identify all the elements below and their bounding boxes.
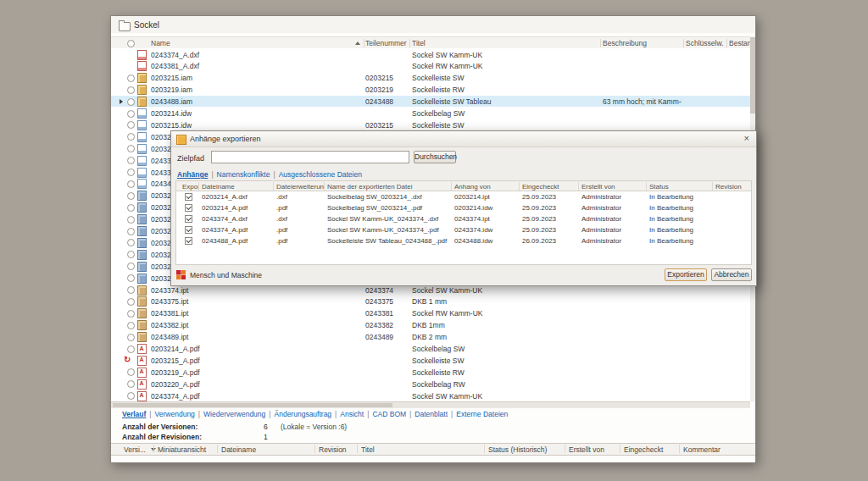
file-row[interactable]: 0243375.ipt0243375DKB 1 mm (111, 296, 750, 307)
column-header-eingecheckt[interactable]: Eingecheckt (522, 183, 579, 191)
column-header-dateiname[interactable]: Dateiname (221, 445, 310, 454)
column-header-name-der-exportierten-datei[interactable]: Name der exportierten Datei (327, 183, 452, 191)
file-row[interactable]: 0243381.ipt0243381Sockel RW Kamm-UK (111, 307, 750, 319)
version-status-circle[interactable] (127, 98, 135, 106)
column-header-status[interactable]: Status (649, 183, 713, 191)
version-status-circle[interactable] (127, 121, 135, 129)
attachment-row[interactable]: 0203214_A.dxf.dxfSockelbelag SW_0203214_… (176, 191, 751, 202)
file-row[interactable]: 0203214_A.pdfSockelbelag SW (111, 343, 750, 355)
version-status-circle[interactable] (127, 228, 135, 235)
column-header-beschreibung[interactable]: Beschreibung (603, 39, 682, 47)
column-header-status-historisch[interactable]: Status (Historisch) (488, 445, 563, 454)
file-teilenummer: 0243489 (365, 333, 408, 341)
version-status-circle[interactable] (127, 368, 135, 376)
version-status-circle[interactable] (127, 110, 135, 118)
export-checkbox[interactable] (185, 237, 192, 245)
tab-datenblatt[interactable]: Datenblatt (415, 410, 448, 418)
column-header-kommentar[interactable]: Kommentar (683, 445, 751, 454)
version-status-circle[interactable] (127, 169, 135, 176)
cancel-button[interactable]: Abbrechen (711, 268, 752, 281)
file-row[interactable]: 0243381_A.dxfSockel RW Kamm-UK (111, 60, 750, 72)
version-status-circle[interactable] (127, 216, 135, 224)
browse-button[interactable]: Durchsuchen (414, 151, 456, 163)
version-status-circle[interactable] (127, 298, 135, 306)
attachment-eingecheckt: 26.09.2023 (522, 237, 579, 245)
version-status-circle[interactable] (127, 86, 135, 94)
export-checkbox[interactable] (185, 215, 192, 223)
version-status-circle[interactable] (127, 75, 135, 82)
version-status-circle[interactable] (127, 322, 135, 329)
column-header-revision[interactable]: Revision (319, 445, 355, 454)
file-name: 0243381_A.dxf (151, 62, 361, 70)
tab-externe-dateien[interactable]: Externe Dateien (456, 410, 508, 418)
column-header-versi[interactable]: Versi... (124, 445, 149, 454)
column-header-schl-sselw[interactable]: Schlüsselw... (686, 39, 724, 47)
file-row[interactable]: 0203220_A.pdfSockelbelag RW (111, 378, 750, 390)
export-checkbox[interactable] (185, 226, 192, 234)
file-row[interactable]: 0203215.iam0203215Sockelleiste SW (111, 72, 750, 84)
tab-verlauf[interactable]: Verlauf (122, 410, 146, 418)
version-status-circle[interactable] (127, 286, 135, 294)
dialog-tab-anh-nge[interactable]: Anhänge (177, 170, 208, 179)
dialog-tab-ausgeschlossene-dateien[interactable]: Ausgeschlossene Dateien (279, 170, 362, 179)
file-row[interactable]: 0243382.ipt0243382DKB 1mm (111, 319, 750, 331)
column-header-miniaturansicht[interactable]: Miniaturansicht (158, 445, 215, 454)
select-all-circle[interactable] (127, 40, 135, 47)
column-header-bestandsnummer[interactable]: Bestandsnummer (729, 39, 750, 47)
attachment-row[interactable]: 0243488_A.pdf.pdfSockelleiste SW Tableau… (176, 235, 751, 246)
tab-verwendung[interactable]: Verwendung (155, 410, 195, 418)
version-status-circle[interactable] (127, 157, 135, 164)
tab-wiederverwendung[interactable]: Wiederverwendung (203, 410, 265, 418)
export-checkbox[interactable] (185, 204, 192, 212)
version-status-circle[interactable] (127, 133, 135, 141)
attachment-row[interactable]: 0203214_A.pdf.pdfSockelbelag SW_0203214_… (176, 202, 751, 213)
version-status-circle[interactable] (127, 239, 135, 246)
version-status-circle[interactable] (127, 204, 135, 212)
zielpfad-input[interactable] (211, 151, 409, 163)
file-row[interactable]: 0203219_A.pdfSockelleiste RW (111, 366, 750, 378)
file-row[interactable]: 0203215_A.pdfSockelleiste SW (111, 354, 750, 366)
tab-cad-bom[interactable]: CAD BOM (372, 410, 406, 418)
version-status-circle[interactable] (127, 310, 135, 318)
version-status-circle[interactable] (127, 380, 135, 388)
column-header-revision[interactable]: Revision (715, 183, 751, 191)
vertical-scrollbar-thumb[interactable] (750, 37, 755, 113)
file-row[interactable]: 0243374_A.dxfSockel SW Kamm-UK (111, 48, 750, 60)
file-row[interactable]: 0203214.idwSockelbelag SW (111, 108, 750, 119)
dialog-tab-namenskonflikte[interactable]: Namenskonflikte (217, 170, 270, 179)
version-status-circle[interactable] (127, 274, 135, 282)
tab-nderungsauftrag[interactable]: Änderungsauftrag (275, 410, 332, 418)
version-status-circle[interactable] (127, 392, 135, 400)
export-button[interactable]: Exportieren (665, 268, 707, 281)
tab-ansicht[interactable]: Ansicht (340, 410, 364, 418)
dialog-titlebar[interactable]: Anhänge exportieren (171, 131, 756, 147)
column-header-titel[interactable]: Titel (412, 39, 597, 47)
column-header-dateiname[interactable]: Dateiname (202, 183, 274, 191)
file-row[interactable]: 0203215.idw0203215Sockelleiste SW (111, 119, 750, 130)
column-header-erstellt-von[interactable]: Erstellt von (569, 445, 618, 454)
export-checkbox[interactable] (185, 193, 192, 201)
column-header-titel[interactable]: Titel (361, 445, 480, 454)
column-header-name[interactable]: Name (151, 39, 361, 47)
version-status-circle[interactable] (127, 145, 135, 152)
attachment-row[interactable]: 0243374_A.pdf.pdfSockel SW Kamm-UK_02433… (176, 224, 751, 235)
column-header-eingecheckt[interactable]: Eingecheckt (624, 445, 677, 454)
horizontal-scrollbar-thumb[interactable] (113, 403, 392, 407)
column-header-export[interactable]: Export (182, 183, 199, 191)
close-icon[interactable] (744, 133, 749, 143)
version-status-circle[interactable] (127, 251, 135, 258)
file-row[interactable]: 0243488.iam0243488Sockelleiste SW Tablea… (111, 96, 750, 108)
version-status-circle[interactable] (127, 180, 135, 188)
version-status-circle[interactable] (127, 263, 135, 270)
version-status-circle[interactable] (127, 346, 135, 353)
column-header-teilenummer[interactable]: Teilenummer (365, 39, 408, 47)
version-status-circle[interactable] (127, 334, 135, 341)
file-row[interactable]: 0203219.iam0203219Sockelleiste RW (111, 84, 750, 96)
column-header-dateierweiterung[interactable]: Dateierweiterung (276, 183, 325, 191)
file-row[interactable]: 0243489.ipt0243489DKB 2 mm (111, 331, 750, 343)
version-status-circle[interactable] (127, 192, 135, 200)
file-row[interactable]: 0243374_A.pdfSockel SW Kamm-UK (111, 390, 750, 401)
column-header-erstellt-von[interactable]: Erstellt von (581, 183, 647, 191)
attachment-row[interactable]: 0243374_A.dxf.dxfSockel SW Kamm-UK_02433… (176, 213, 751, 224)
column-header-anhang-von[interactable]: Anhang von (454, 183, 520, 191)
